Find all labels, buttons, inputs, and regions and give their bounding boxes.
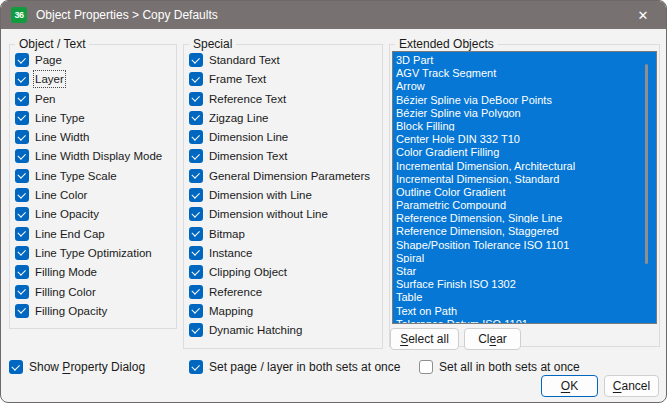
- checkbox-option[interactable]: Line Width: [15, 130, 176, 144]
- ok-button[interactable]: OK: [541, 375, 598, 397]
- group-object-text: Object / Text Page Layer Pen Line Type L…: [9, 44, 177, 329]
- checkbox-option[interactable]: Clipping Object: [189, 265, 382, 279]
- checkbox-checked-icon[interactable]: [189, 285, 203, 299]
- checkbox-checked-icon[interactable]: [189, 227, 203, 241]
- checkbox-option[interactable]: Reference Text: [189, 92, 382, 106]
- checkbox-checked-icon[interactable]: [15, 265, 29, 279]
- checkbox-option[interactable]: Line Color: [15, 188, 176, 202]
- cancel-button[interactable]: Cancel: [604, 375, 659, 397]
- checkbox-option[interactable]: Mapping: [189, 304, 382, 318]
- checkbox-option[interactable]: Reference: [189, 285, 382, 299]
- checkbox-checked-icon[interactable]: [15, 304, 29, 318]
- extended-object-list-item[interactable]: AGV Track Segment: [393, 65, 656, 78]
- checkbox-option[interactable]: Line Type Scale: [15, 169, 176, 183]
- extended-object-list-item[interactable]: Star: [393, 263, 656, 276]
- checkbox-option[interactable]: Line Type: [15, 111, 176, 125]
- checkbox-option[interactable]: Filling Color: [15, 285, 176, 299]
- extended-object-list-item[interactable]: 3D Part: [393, 52, 656, 65]
- checkbox-option[interactable]: Line End Cap: [15, 227, 176, 241]
- close-icon[interactable]: ✕: [620, 1, 666, 29]
- set-all-checkbox[interactable]: Set all in both sets at once: [419, 360, 580, 374]
- checkbox-checked-icon[interactable]: [189, 207, 203, 221]
- checkbox-checked-icon[interactable]: [15, 72, 29, 86]
- extended-object-list-item[interactable]: Table: [393, 289, 656, 302]
- checkbox-checked-icon[interactable]: [189, 246, 203, 260]
- checkbox-checked-icon[interactable]: [15, 111, 29, 125]
- checkbox-checked-icon[interactable]: [189, 265, 203, 279]
- checkbox-checked-icon[interactable]: [189, 304, 203, 318]
- checkbox-option[interactable]: Layer: [15, 72, 176, 86]
- extended-object-list-item[interactable]: Shape/Position Tolerance ISO 1101: [393, 237, 656, 250]
- checkbox-checked-icon[interactable]: [15, 285, 29, 299]
- checkbox-option[interactable]: Frame Text: [189, 72, 382, 86]
- checkbox-option[interactable]: Standard Text: [189, 53, 382, 67]
- titlebar[interactable]: 36 Object Properties > Copy Defaults ✕: [1, 1, 666, 29]
- checkbox-checked-icon[interactable]: [15, 92, 29, 106]
- checkbox-checked-icon[interactable]: [15, 169, 29, 183]
- extended-objects-listbox[interactable]: 3D Part AGV Track Segment Arrow Bézier S…: [392, 51, 657, 324]
- checkbox-checked-icon[interactable]: [15, 53, 29, 67]
- clear-button[interactable]: Clear: [464, 328, 521, 350]
- extended-object-list-item[interactable]: Tolerance Datum ISO 1101: [393, 316, 656, 324]
- extended-object-list-item[interactable]: Block Filling: [393, 118, 656, 131]
- extended-object-list-item[interactable]: Reference Dimension, Single Line: [393, 210, 656, 223]
- show-property-dialog-checkbox[interactable]: Show Property Dialog: [9, 360, 145, 374]
- extended-object-list-item[interactable]: Incremental Dimension, Architectural: [393, 158, 656, 171]
- checkbox-option[interactable]: Line Type Optimization: [15, 246, 176, 260]
- checkbox-unchecked-icon[interactable]: [419, 360, 433, 374]
- extended-object-list-item[interactable]: Text on Path: [393, 303, 656, 316]
- checkbox-checked-icon[interactable]: [189, 169, 203, 183]
- extended-object-list-item[interactable]: Incremental Dimension, Standard: [393, 171, 656, 184]
- checkbox-checked-icon[interactable]: [15, 149, 29, 163]
- checkbox-checked-icon[interactable]: [15, 188, 29, 202]
- checkbox-checked-icon[interactable]: [189, 53, 203, 67]
- checkbox-checked-icon[interactable]: [15, 130, 29, 144]
- checkbox-checked-icon[interactable]: [189, 323, 203, 337]
- extended-object-list-item[interactable]: Bézier Spline via DeBoor Points: [393, 92, 656, 105]
- checkbox-option[interactable]: Dimension Text: [189, 149, 382, 163]
- checkbox-option[interactable]: Pen: [15, 92, 176, 106]
- checkbox-option[interactable]: Dimension with Line: [189, 188, 382, 202]
- extended-object-list-item[interactable]: Reference Dimension, Staggered: [393, 223, 656, 236]
- checkbox-option[interactable]: Dimension Line: [189, 130, 382, 144]
- checkbox-option[interactable]: Filling Mode: [15, 265, 176, 279]
- extended-object-list-item[interactable]: Bézier Spline via Polygon: [393, 105, 656, 118]
- list-item-label: Parametric Compound: [396, 199, 506, 210]
- checkbox-checked-icon[interactable]: [189, 72, 203, 86]
- checkbox-option[interactable]: Line Width Display Mode: [15, 149, 176, 163]
- checkbox-label: Dynamic Hatching: [209, 323, 302, 337]
- checkbox-checked-icon[interactable]: [15, 246, 29, 260]
- checkbox-checked-icon[interactable]: [189, 130, 203, 144]
- checkbox-label: Set page / layer in both sets at once: [209, 360, 400, 374]
- checkbox-option[interactable]: Dynamic Hatching: [189, 323, 382, 337]
- checkbox-checked-icon[interactable]: [189, 92, 203, 106]
- checkbox-option[interactable]: Page: [15, 53, 176, 67]
- checkbox-option[interactable]: Zigzag Line: [189, 111, 382, 125]
- checkbox-option[interactable]: General Dimension Parameters: [189, 169, 382, 183]
- checkbox-option[interactable]: Filling Opacity: [15, 304, 176, 318]
- checkbox-label: Frame Text: [209, 72, 266, 86]
- checkbox-checked-icon[interactable]: [9, 360, 23, 374]
- checkbox-checked-icon[interactable]: [189, 188, 203, 202]
- extended-object-list-item[interactable]: Spiral: [393, 250, 656, 263]
- list-item-label: Star: [396, 265, 416, 276]
- extended-object-list-item[interactable]: Color Gradient Filling: [393, 144, 656, 157]
- checkbox-checked-icon[interactable]: [189, 149, 203, 163]
- checkbox-option[interactable]: Line Opacity: [15, 207, 176, 221]
- checkbox-option[interactable]: Dimension without Line: [189, 207, 382, 221]
- extended-object-list-item[interactable]: Arrow: [393, 78, 656, 91]
- set-page-layer-checkbox[interactable]: Set page / layer in both sets at once: [189, 360, 400, 374]
- extended-object-list-item[interactable]: Outline Color Gradient: [393, 184, 656, 197]
- checkbox-option[interactable]: Instance: [189, 246, 382, 260]
- extended-object-list-item[interactable]: Center Hole DIN 332 T10: [393, 131, 656, 144]
- checkbox-option[interactable]: Bitmap: [189, 227, 382, 241]
- checkbox-checked-icon[interactable]: [15, 227, 29, 241]
- checkbox-checked-icon[interactable]: [15, 207, 29, 221]
- extended-object-list-item[interactable]: Parametric Compound: [393, 197, 656, 210]
- checkbox-checked-icon[interactable]: [189, 111, 203, 125]
- vertical-scrollbar[interactable]: [645, 64, 648, 264]
- list-item-label: Reference Dimension, Single Line: [396, 212, 562, 223]
- select-all-button[interactable]: Select all: [390, 328, 459, 350]
- checkbox-checked-icon[interactable]: [189, 360, 203, 374]
- extended-object-list-item[interactable]: Surface Finish ISO 1302: [393, 276, 656, 289]
